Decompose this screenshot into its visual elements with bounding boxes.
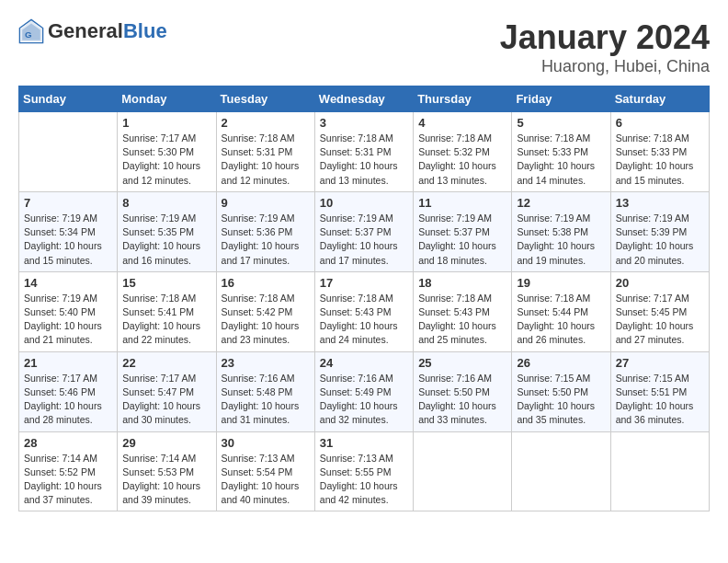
month-title: January 2024 — [500, 18, 710, 57]
day-info: Sunrise: 7:18 AMSunset: 5:41 PMDaylight:… — [122, 292, 210, 348]
day-number: 25 — [418, 356, 506, 370]
day-cell: 10Sunrise: 7:19 AMSunset: 5:37 PMDayligh… — [314, 191, 413, 271]
day-info: Sunrise: 7:15 AMSunset: 5:50 PMDaylight:… — [517, 372, 605, 428]
day-info: Sunrise: 7:19 AMSunset: 5:37 PMDaylight:… — [320, 212, 408, 268]
day-cell: 21Sunrise: 7:17 AMSunset: 5:46 PMDayligh… — [19, 351, 118, 431]
day-cell — [512, 431, 610, 511]
day-info: Sunrise: 7:18 AMSunset: 5:43 PMDaylight:… — [320, 292, 408, 348]
weekday-header-thursday: Thursday — [414, 86, 512, 112]
day-cell: 12Sunrise: 7:19 AMSunset: 5:38 PMDayligh… — [512, 191, 610, 271]
week-row-2: 7Sunrise: 7:19 AMSunset: 5:34 PMDaylight… — [19, 191, 710, 271]
day-number: 30 — [222, 436, 310, 450]
day-number: 22 — [122, 356, 210, 370]
day-cell: 2Sunrise: 7:18 AMSunset: 5:31 PMDaylight… — [216, 112, 314, 192]
day-number: 12 — [517, 196, 605, 210]
day-number: 18 — [418, 276, 506, 290]
day-cell: 3Sunrise: 7:18 AMSunset: 5:31 PMDaylight… — [314, 112, 413, 192]
day-info: Sunrise: 7:17 AMSunset: 5:45 PMDaylight:… — [616, 292, 704, 348]
day-number: 24 — [320, 356, 408, 370]
day-info: Sunrise: 7:18 AMSunset: 5:44 PMDaylight:… — [517, 292, 605, 348]
weekday-header-saturday: Saturday — [610, 86, 709, 112]
day-cell: 13Sunrise: 7:19 AMSunset: 5:39 PMDayligh… — [610, 191, 709, 271]
day-number: 31 — [320, 436, 408, 450]
day-number: 7 — [24, 196, 112, 210]
day-number: 14 — [24, 276, 112, 290]
day-cell: 16Sunrise: 7:18 AMSunset: 5:42 PMDayligh… — [216, 271, 314, 351]
logo-blue: Blue — [123, 19, 167, 42]
day-cell: 25Sunrise: 7:16 AMSunset: 5:50 PMDayligh… — [414, 351, 512, 431]
logo-text: GeneralBlue — [48, 19, 167, 43]
day-number: 8 — [122, 196, 210, 210]
day-cell — [610, 431, 709, 511]
day-cell — [19, 112, 118, 192]
day-cell: 17Sunrise: 7:18 AMSunset: 5:43 PMDayligh… — [314, 271, 413, 351]
day-info: Sunrise: 7:19 AMSunset: 5:40 PMDaylight:… — [24, 292, 112, 348]
day-cell: 6Sunrise: 7:18 AMSunset: 5:33 PMDaylight… — [610, 112, 709, 192]
day-info: Sunrise: 7:19 AMSunset: 5:35 PMDaylight:… — [122, 212, 210, 268]
day-number: 11 — [418, 196, 506, 210]
week-row-3: 14Sunrise: 7:19 AMSunset: 5:40 PMDayligh… — [19, 271, 710, 351]
day-info: Sunrise: 7:16 AMSunset: 5:48 PMDaylight:… — [222, 372, 310, 428]
day-info: Sunrise: 7:18 AMSunset: 5:33 PMDaylight:… — [616, 132, 704, 188]
day-number: 6 — [616, 116, 704, 130]
location-title: Huarong, Hubei, China — [500, 57, 710, 76]
day-info: Sunrise: 7:15 AMSunset: 5:51 PMDaylight:… — [616, 372, 704, 428]
day-cell: 22Sunrise: 7:17 AMSunset: 5:47 PMDayligh… — [118, 351, 216, 431]
day-cell: 7Sunrise: 7:19 AMSunset: 5:34 PMDaylight… — [19, 191, 118, 271]
day-cell: 27Sunrise: 7:15 AMSunset: 5:51 PMDayligh… — [610, 351, 709, 431]
page-header: G GeneralBlue January 2024 Huarong, Hube… — [18, 18, 710, 76]
day-cell: 15Sunrise: 7:18 AMSunset: 5:41 PMDayligh… — [118, 271, 216, 351]
day-cell: 28Sunrise: 7:14 AMSunset: 5:52 PMDayligh… — [19, 431, 118, 511]
day-info: Sunrise: 7:14 AMSunset: 5:52 PMDaylight:… — [24, 452, 112, 508]
day-cell: 9Sunrise: 7:19 AMSunset: 5:36 PMDaylight… — [216, 191, 314, 271]
day-cell: 29Sunrise: 7:14 AMSunset: 5:53 PMDayligh… — [118, 431, 216, 511]
logo: G GeneralBlue — [18, 18, 167, 44]
day-info: Sunrise: 7:18 AMSunset: 5:31 PMDaylight:… — [320, 132, 408, 188]
day-info: Sunrise: 7:18 AMSunset: 5:33 PMDaylight:… — [517, 132, 605, 188]
day-cell: 19Sunrise: 7:18 AMSunset: 5:44 PMDayligh… — [512, 271, 610, 351]
day-number: 23 — [222, 356, 310, 370]
day-cell: 20Sunrise: 7:17 AMSunset: 5:45 PMDayligh… — [610, 271, 709, 351]
logo-icon: G — [18, 18, 44, 44]
day-cell: 5Sunrise: 7:18 AMSunset: 5:33 PMDaylight… — [512, 112, 610, 192]
day-number: 21 — [24, 356, 112, 370]
day-info: Sunrise: 7:16 AMSunset: 5:49 PMDaylight:… — [320, 372, 408, 428]
day-cell: 8Sunrise: 7:19 AMSunset: 5:35 PMDaylight… — [118, 191, 216, 271]
day-cell: 31Sunrise: 7:13 AMSunset: 5:55 PMDayligh… — [314, 431, 413, 511]
day-cell — [414, 431, 512, 511]
day-info: Sunrise: 7:18 AMSunset: 5:42 PMDaylight:… — [222, 292, 310, 348]
day-info: Sunrise: 7:18 AMSunset: 5:43 PMDaylight:… — [418, 292, 506, 348]
day-number: 27 — [616, 356, 704, 370]
svg-text:G: G — [25, 29, 32, 40]
day-info: Sunrise: 7:17 AMSunset: 5:46 PMDaylight:… — [24, 372, 112, 428]
day-number: 15 — [122, 276, 210, 290]
day-number: 19 — [517, 276, 605, 290]
logo-general: General — [48, 19, 123, 42]
day-number: 2 — [222, 116, 310, 130]
day-cell: 26Sunrise: 7:15 AMSunset: 5:50 PMDayligh… — [512, 351, 610, 431]
day-cell: 14Sunrise: 7:19 AMSunset: 5:40 PMDayligh… — [19, 271, 118, 351]
day-info: Sunrise: 7:19 AMSunset: 5:37 PMDaylight:… — [418, 212, 506, 268]
day-number: 13 — [616, 196, 704, 210]
title-block: January 2024 Huarong, Hubei, China — [500, 18, 710, 76]
day-cell: 1Sunrise: 7:17 AMSunset: 5:30 PMDaylight… — [118, 112, 216, 192]
day-number: 20 — [616, 276, 704, 290]
day-cell: 23Sunrise: 7:16 AMSunset: 5:48 PMDayligh… — [216, 351, 314, 431]
day-info: Sunrise: 7:16 AMSunset: 5:50 PMDaylight:… — [418, 372, 506, 428]
day-number: 3 — [320, 116, 408, 130]
day-info: Sunrise: 7:17 AMSunset: 5:30 PMDaylight:… — [122, 132, 210, 188]
weekday-header-friday: Friday — [512, 86, 610, 112]
day-info: Sunrise: 7:18 AMSunset: 5:32 PMDaylight:… — [418, 132, 506, 188]
day-info: Sunrise: 7:14 AMSunset: 5:53 PMDaylight:… — [122, 452, 210, 508]
day-number: 16 — [222, 276, 310, 290]
day-cell: 30Sunrise: 7:13 AMSunset: 5:54 PMDayligh… — [216, 431, 314, 511]
day-number: 17 — [320, 276, 408, 290]
weekday-header-monday: Monday — [118, 86, 216, 112]
day-number: 5 — [517, 116, 605, 130]
day-info: Sunrise: 7:17 AMSunset: 5:47 PMDaylight:… — [122, 372, 210, 428]
day-number: 28 — [24, 436, 112, 450]
day-cell: 11Sunrise: 7:19 AMSunset: 5:37 PMDayligh… — [414, 191, 512, 271]
day-info: Sunrise: 7:19 AMSunset: 5:36 PMDaylight:… — [222, 212, 310, 268]
day-info: Sunrise: 7:18 AMSunset: 5:31 PMDaylight:… — [222, 132, 310, 188]
weekday-header-sunday: Sunday — [19, 86, 118, 112]
